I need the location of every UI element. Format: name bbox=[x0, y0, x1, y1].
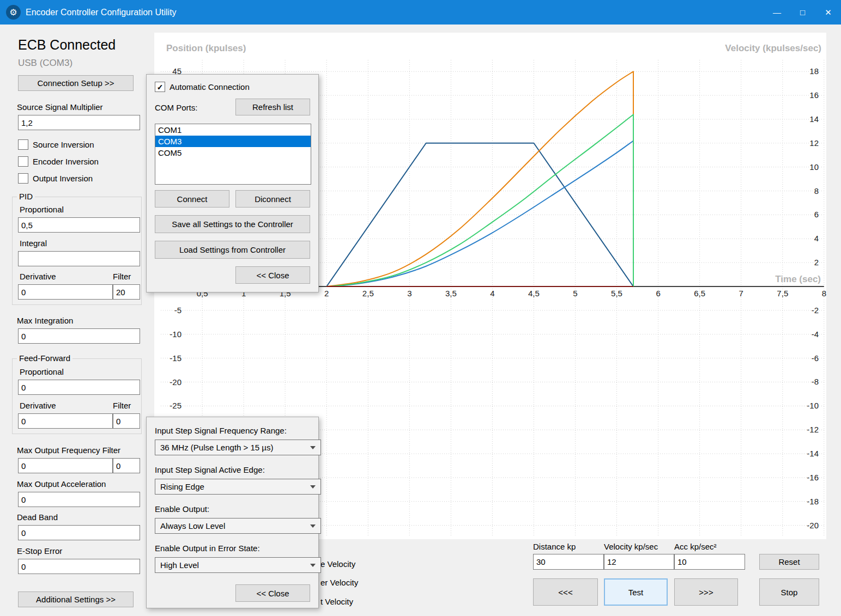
right-tick-label: -6 bbox=[791, 353, 819, 363]
max-integration-label: Max Integration bbox=[17, 316, 73, 325]
gear-icon: ⚙ bbox=[6, 5, 21, 20]
frequency-range-select[interactable]: 36 MHz (Pulse Length > 15 µs) bbox=[155, 440, 321, 455]
pid-integral-label: Integral bbox=[20, 239, 47, 248]
source-signal-multiplier-input[interactable] bbox=[18, 115, 140, 130]
test-button[interactable]: Test bbox=[604, 578, 668, 606]
checkbox-box[interactable] bbox=[18, 156, 28, 167]
chevron-down-icon bbox=[310, 446, 316, 449]
com-ports-list[interactable]: COM1 COM3 COM5 bbox=[155, 124, 311, 185]
e-stop-error-input[interactable] bbox=[18, 559, 140, 574]
automatic-connection-checkbox[interactable]: ✓ Automatic Connection bbox=[155, 82, 250, 92]
x-tick-label: 5 bbox=[573, 289, 577, 298]
reset-button[interactable]: Reset bbox=[759, 554, 819, 570]
right-tick-label: 16 bbox=[791, 90, 819, 100]
refresh-list-button[interactable]: Refresh list bbox=[235, 99, 310, 115]
pid-filter-input[interactable] bbox=[113, 284, 140, 300]
source-inversion-checkbox[interactable]: Source Inversion bbox=[18, 139, 94, 150]
connection-close-button[interactable]: << Close bbox=[235, 266, 310, 284]
checkbox-box[interactable] bbox=[18, 173, 28, 184]
maximize-icon[interactable]: □ bbox=[790, 0, 815, 25]
acceleration-input[interactable] bbox=[674, 554, 745, 570]
load-settings-button[interactable]: Load Settings from Controller bbox=[155, 241, 310, 259]
com-port-item[interactable]: COM5 bbox=[155, 147, 311, 158]
max-output-frequency-filter-input[interactable] bbox=[113, 458, 140, 473]
active-edge-label: Input Step Signal Active Edge: bbox=[155, 465, 265, 474]
additional-settings-button[interactable]: Additional Settings >> bbox=[18, 591, 134, 607]
pid-proportional-input[interactable] bbox=[18, 217, 140, 233]
right-tick-label: 2 bbox=[791, 258, 819, 267]
checkbox-label: Encoder Inversion bbox=[33, 157, 99, 166]
max-output-acceleration-label: Max Output Acceleration bbox=[17, 479, 106, 489]
com-port-item[interactable]: COM1 bbox=[155, 124, 311, 136]
pid-derivative-label: Derivative bbox=[20, 272, 56, 281]
com-port-item-selected[interactable]: COM3 bbox=[155, 136, 311, 147]
pid-integral-input[interactable] bbox=[18, 251, 140, 266]
stop-button[interactable]: Stop bbox=[759, 578, 819, 606]
right-tick-label: -4 bbox=[791, 330, 819, 339]
encoder-inversion-checkbox[interactable]: Encoder Inversion bbox=[18, 156, 99, 167]
frequency-range-value: 36 MHz (Pulse Length > 15 µs) bbox=[160, 443, 274, 452]
save-settings-button[interactable]: Save all Settings to the Controller bbox=[155, 215, 310, 233]
checkbox-box[interactable]: ✓ bbox=[155, 82, 165, 92]
titlebar: ⚙ Encoder Controller Configuration Utili… bbox=[0, 0, 841, 25]
left-tick-label: -5 bbox=[154, 306, 181, 315]
max-output-frequency-filter-label: Max Output Frequency Filter bbox=[17, 446, 120, 455]
output-inversion-checkbox[interactable]: Output Inversion bbox=[18, 173, 93, 184]
minimize-icon[interactable]: — bbox=[764, 0, 790, 25]
x-tick-label: 7,5 bbox=[777, 289, 788, 298]
ff-derivative-label: Derivative bbox=[20, 401, 56, 410]
error-state-select[interactable]: High Level bbox=[155, 557, 321, 573]
velocity-input[interactable] bbox=[604, 554, 674, 570]
enable-output-label: Enable Output: bbox=[155, 504, 209, 514]
close-icon[interactable]: ✕ bbox=[815, 0, 841, 25]
active-edge-select[interactable]: Rising Edge bbox=[155, 479, 321, 495]
frequency-range-label: Input Step Signal Frequency Range: bbox=[155, 426, 287, 435]
x-tick-label: 3 bbox=[407, 289, 412, 298]
source-signal-multiplier-label: Source Signal Multiplier bbox=[17, 102, 103, 112]
signal-settings-panel: Input Step Signal Frequency Range: 36 MH… bbox=[146, 417, 319, 608]
checkbox-label: Source Inversion bbox=[33, 140, 94, 149]
ff-filter-input[interactable] bbox=[113, 413, 140, 429]
x-tick-label: 8 bbox=[822, 289, 826, 298]
pid-filter-label: Filter bbox=[113, 272, 131, 281]
enable-output-value: Always Low Level bbox=[160, 521, 225, 530]
window-title: Encoder Controller Configuration Utility bbox=[26, 8, 177, 17]
max-output-acceleration-input[interactable] bbox=[18, 492, 140, 507]
max-output-frequency-input[interactable] bbox=[18, 458, 113, 473]
legend-item-partial-3: t Velocity bbox=[320, 597, 353, 606]
connection-status: ECB Connected bbox=[18, 37, 116, 53]
e-stop-error-label: E-Stop Error bbox=[17, 546, 62, 556]
right-tick-label: 18 bbox=[791, 66, 819, 76]
right-tick-label: -14 bbox=[791, 449, 819, 458]
max-integration-input[interactable] bbox=[18, 328, 140, 344]
ff-proportional-input[interactable] bbox=[18, 380, 140, 395]
pid-derivative-input[interactable] bbox=[18, 284, 113, 300]
ff-filter-label: Filter bbox=[113, 401, 131, 410]
move-forward-button[interactable]: >>> bbox=[674, 578, 738, 606]
right-tick-label: 12 bbox=[791, 138, 819, 148]
x-tick-label: 7 bbox=[739, 289, 743, 298]
right-tick-label: -8 bbox=[791, 377, 819, 386]
move-back-button[interactable]: <<< bbox=[533, 578, 598, 606]
distance-input[interactable] bbox=[533, 554, 604, 570]
right-tick-label: 4 bbox=[791, 234, 819, 243]
ff-derivative-input[interactable] bbox=[18, 413, 113, 429]
pid-proportional-label: Proportional bbox=[20, 205, 64, 214]
connection-setup-button[interactable]: Connection Setup >> bbox=[18, 75, 134, 91]
feed-forward-group-title: Feed-Forward bbox=[17, 353, 72, 363]
legend-item-partial-1: e Velocity bbox=[320, 559, 355, 569]
ff-proportional-label: Proportional bbox=[20, 367, 64, 376]
x-tick-label: 5,5 bbox=[611, 289, 622, 298]
dead-band-input[interactable] bbox=[18, 525, 140, 540]
signal-close-button[interactable]: << Close bbox=[235, 584, 310, 602]
enable-output-select[interactable]: Always Low Level bbox=[155, 518, 321, 534]
left-tick-label: -25 bbox=[154, 401, 181, 410]
disconnect-button[interactable]: Diconnect bbox=[235, 190, 310, 208]
x-axis-title: Time (sec) bbox=[775, 274, 821, 285]
velocity-label: Velocity kp/sec bbox=[604, 542, 658, 551]
right-tick-label: -20 bbox=[791, 521, 819, 530]
right-tick-label: -18 bbox=[791, 497, 819, 506]
checkbox-box[interactable] bbox=[18, 139, 28, 150]
connect-button[interactable]: Connect bbox=[155, 190, 229, 208]
x-tick-label: 6,5 bbox=[694, 289, 705, 298]
